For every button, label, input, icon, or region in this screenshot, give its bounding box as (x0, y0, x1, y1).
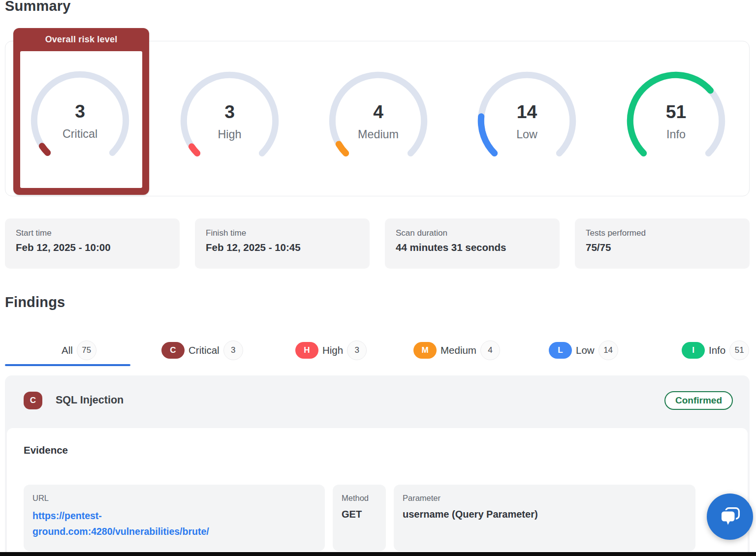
severity-badge-critical: C (24, 392, 42, 409)
tab-info[interactable]: IInfo51 (682, 336, 749, 365)
gauge-high: 3High (179, 70, 280, 171)
tab-label: Info (709, 344, 725, 356)
gauge-critical: 3Critical (30, 70, 130, 171)
severity-icon-info: I (682, 342, 705, 359)
gauge-value: 3 (75, 101, 85, 122)
summary-heading: Summary (5, 0, 71, 14)
chat-bubble-icon (717, 504, 743, 529)
stat-value: 75/75 (586, 242, 739, 253)
severity-icon-medium: M (413, 342, 437, 359)
tab-count-badge: 75 (77, 340, 96, 360)
evidence-url-box: URL https://pentest-ground.com:4280/vuln… (24, 485, 325, 551)
gauge-value: 51 (666, 101, 686, 122)
stat-label: Tests performed (586, 228, 739, 238)
tab-label: Medium (441, 344, 476, 356)
tab-label: Low (576, 344, 595, 356)
parameter-label: Parameter (403, 494, 687, 503)
gauge-label: Low (516, 128, 537, 141)
url-label: URL (32, 494, 316, 503)
tab-count-badge: 4 (480, 340, 500, 360)
finding-title: SQL Injection (56, 394, 124, 406)
scan-stats-row: Start timeFeb 12, 2025 - 10:00Finish tim… (5, 218, 751, 269)
overall-risk-panel: 3Critical (20, 51, 142, 188)
gauge-label: Info (666, 128, 686, 141)
tab-count-badge: 14 (598, 340, 618, 360)
overall-risk-box: Overall risk level 3Critical (13, 28, 149, 195)
gauge-label: Medium (358, 128, 399, 141)
stat-label: Scan duration (396, 228, 549, 238)
gauge-label: Critical (63, 127, 97, 140)
gauge-value: 4 (373, 101, 383, 122)
gauge-value: 14 (517, 101, 537, 122)
tab-count-badge: 3 (347, 340, 367, 360)
finding-card: C SQL Injection Confirmed Evidence URL h… (5, 375, 750, 556)
severity-icon-low: L (549, 342, 572, 359)
overall-risk-label: Overall risk level (13, 28, 149, 51)
findings-tabs: All75CCritical3HHigh3MMedium4LLow14IInfo… (0, 336, 756, 365)
stat-card-finish-time: Finish timeFeb 12, 2025 - 10:45 (195, 218, 370, 269)
tab-label: High (322, 344, 343, 356)
bottom-screen-edge (0, 552, 756, 556)
evidence-heading: Evidence (24, 444, 68, 456)
stat-label: Finish time (206, 228, 359, 238)
stat-card-tests-performed: Tests performed75/75 (575, 218, 750, 269)
tab-high[interactable]: HHigh3 (295, 336, 367, 365)
evidence-parameter-box: Parameter username (Query Parameter) (394, 485, 695, 551)
severity-icon-critical: C (161, 342, 185, 359)
gauge-medium: 4Medium (328, 70, 429, 171)
tab-medium[interactable]: MMedium4 (413, 336, 500, 365)
gauge-low: 14Low (476, 70, 577, 171)
method-label: Method (342, 494, 377, 503)
tab-label: Critical (189, 344, 220, 356)
tab-critical[interactable]: CCritical3 (161, 336, 243, 365)
finding-row-sql-injection[interactable]: C SQL Injection Confirmed (5, 375, 750, 428)
chat-launcher-button[interactable] (707, 494, 753, 540)
evidence-url-link[interactable]: https://pentest-ground.com:4280/vulnerab… (32, 508, 269, 539)
gauge-value: 3 (224, 101, 235, 122)
confirmed-badge: Confirmed (664, 391, 733, 410)
parameter-value: username (Query Parameter) (403, 509, 687, 520)
gauge-label: High (218, 128, 242, 141)
tab-count-badge: 3 (223, 340, 243, 360)
severity-icon-high: H (295, 342, 318, 359)
method-value: GET (342, 509, 377, 520)
findings-heading: Findings (5, 294, 65, 310)
stat-label: Start time (16, 228, 169, 238)
evidence-card: Evidence URL https://pentest-ground.com:… (7, 428, 748, 556)
stat-value: Feb 12, 2025 - 10:45 (206, 242, 359, 253)
gauge-info: 51Info (626, 70, 726, 171)
tab-low[interactable]: LLow14 (549, 336, 618, 365)
stat-card-scan-duration: Scan duration44 minutes 31 seconds (385, 218, 560, 269)
evidence-method-box: Method GET (333, 485, 386, 551)
tab-label: All (62, 344, 73, 356)
stat-card-start-time: Start timeFeb 12, 2025 - 10:00 (5, 218, 180, 269)
stat-value: Feb 12, 2025 - 10:00 (16, 242, 169, 253)
tab-count-badge: 51 (729, 340, 749, 360)
tab-all[interactable]: All75 (62, 336, 96, 365)
stat-value: 44 minutes 31 seconds (396, 242, 549, 253)
